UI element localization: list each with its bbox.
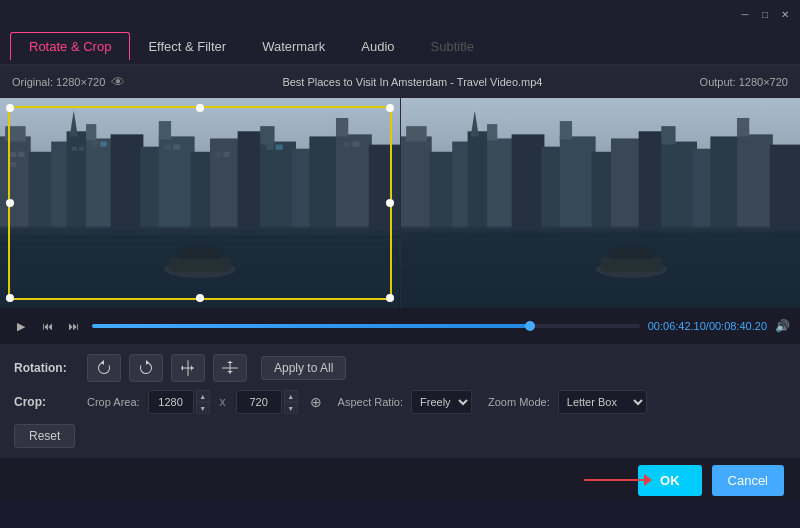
volume-icon[interactable]: 🔊 bbox=[775, 319, 790, 333]
svg-rect-14 bbox=[260, 142, 296, 239]
rotate-right-button[interactable] bbox=[129, 354, 163, 382]
scrubber-thumb[interactable] bbox=[525, 321, 535, 331]
svg-rect-15 bbox=[260, 126, 274, 144]
video-preview-right bbox=[401, 98, 801, 308]
controls-area: Rotation: Apply to All bbox=[0, 344, 800, 458]
crop-width-down[interactable]: ▼ bbox=[196, 402, 210, 414]
bottom-bar: OK Cancel bbox=[0, 458, 800, 502]
svg-rect-7 bbox=[111, 134, 144, 238]
svg-rect-33 bbox=[276, 145, 283, 150]
rotate-left-button[interactable] bbox=[87, 354, 121, 382]
output-resolution: Output: 1280×720 bbox=[700, 76, 788, 88]
svg-rect-69 bbox=[600, 257, 661, 271]
reset-button[interactable]: Reset bbox=[14, 424, 75, 448]
apply-to-all-button[interactable]: Apply to All bbox=[261, 356, 346, 380]
svg-rect-59 bbox=[661, 142, 697, 239]
minimize-button[interactable]: ─ bbox=[738, 7, 752, 21]
visibility-icon[interactable]: 👁 bbox=[111, 74, 125, 90]
expand-icon[interactable]: ⊕ bbox=[310, 394, 322, 410]
svg-rect-70 bbox=[610, 247, 651, 259]
original-resolution: Original: 1280×720 bbox=[12, 76, 105, 88]
cancel-button[interactable]: Cancel bbox=[712, 465, 784, 496]
svg-rect-31 bbox=[223, 152, 229, 157]
svg-rect-4 bbox=[67, 131, 90, 239]
tab-audio[interactable]: Audio bbox=[343, 33, 412, 60]
svg-rect-34 bbox=[343, 142, 350, 147]
svg-rect-50 bbox=[487, 138, 516, 238]
play-button[interactable]: ▶ bbox=[10, 315, 32, 337]
video-preview-left bbox=[0, 98, 400, 308]
maximize-button[interactable]: □ bbox=[758, 7, 772, 21]
crop-height-down[interactable]: ▼ bbox=[284, 402, 298, 414]
scrubber-fill bbox=[92, 324, 530, 328]
svg-rect-64 bbox=[736, 118, 748, 136]
zoom-mode-select[interactable]: Letter Box Pan & Scan Full bbox=[558, 390, 647, 414]
svg-rect-2 bbox=[29, 152, 55, 239]
svg-rect-63 bbox=[736, 134, 772, 238]
svg-rect-58 bbox=[638, 131, 664, 239]
arrow-head bbox=[644, 474, 652, 486]
svg-marker-71 bbox=[470, 111, 478, 137]
next-frame-button[interactable]: ⏭ bbox=[62, 315, 84, 337]
svg-rect-55 bbox=[559, 121, 571, 139]
timeline-bar: ▶ ⏮ ⏭ 00:06:42.10/00:08:40.20 🔊 bbox=[0, 308, 800, 344]
svg-rect-19 bbox=[336, 118, 348, 136]
svg-rect-30 bbox=[215, 152, 221, 157]
svg-rect-1 bbox=[5, 126, 25, 141]
close-button[interactable]: ✕ bbox=[778, 7, 792, 21]
arrow-line bbox=[584, 479, 644, 481]
svg-rect-38 bbox=[0, 233, 400, 235]
svg-rect-28 bbox=[164, 145, 171, 150]
rotate-right-icon bbox=[138, 360, 154, 376]
svg-rect-43 bbox=[179, 247, 220, 259]
svg-rect-45 bbox=[401, 136, 432, 238]
zoom-mode-label: Zoom Mode: bbox=[488, 396, 550, 408]
timeline-controls: ▶ ⏮ ⏭ bbox=[10, 315, 84, 337]
svg-rect-17 bbox=[309, 136, 340, 238]
flip-vertical-button[interactable] bbox=[213, 354, 247, 382]
file-info-bar: Original: 1280×720 👁 Best Places to Visi… bbox=[0, 66, 800, 98]
svg-rect-23 bbox=[10, 162, 16, 167]
svg-rect-26 bbox=[92, 142, 98, 147]
rotation-label: Rotation: bbox=[14, 361, 79, 375]
svg-rect-46 bbox=[406, 126, 426, 141]
tab-subtitle: Subtitle bbox=[413, 33, 492, 60]
crop-height-input[interactable] bbox=[236, 390, 282, 414]
scrubber-track[interactable] bbox=[92, 324, 640, 328]
crop-separator: x bbox=[220, 395, 226, 409]
svg-rect-8 bbox=[140, 147, 160, 239]
svg-rect-20 bbox=[369, 145, 400, 239]
svg-rect-51 bbox=[487, 124, 497, 140]
tab-effect-filter[interactable]: Effect & Filter bbox=[130, 33, 244, 60]
time-display: 00:06:42.10/00:08:40.20 bbox=[648, 320, 767, 332]
svg-rect-54 bbox=[559, 136, 595, 238]
ok-arrow-decoration bbox=[584, 474, 652, 486]
svg-rect-39 bbox=[0, 239, 400, 240]
crop-width-up[interactable]: ▲ bbox=[196, 390, 210, 402]
buildings-svg-right bbox=[401, 98, 801, 308]
svg-rect-25 bbox=[79, 147, 84, 151]
svg-rect-37 bbox=[0, 227, 400, 233]
prev-frame-button[interactable]: ⏮ bbox=[36, 315, 58, 337]
svg-rect-9 bbox=[159, 136, 195, 238]
svg-rect-57 bbox=[610, 138, 641, 238]
tab-rotate-crop[interactable]: Rotate & Crop bbox=[10, 32, 130, 60]
svg-rect-56 bbox=[591, 152, 614, 239]
crop-height-up[interactable]: ▲ bbox=[284, 390, 298, 402]
crop-width-input[interactable] bbox=[148, 390, 194, 414]
svg-rect-42 bbox=[169, 257, 230, 271]
crop-height-spinners: ▲ ▼ bbox=[284, 390, 298, 414]
filename-label: Best Places to Visit In Amsterdam - Trav… bbox=[282, 76, 542, 88]
tab-watermark[interactable]: Watermark bbox=[244, 33, 343, 60]
flip-v-icon bbox=[222, 360, 238, 376]
svg-rect-32 bbox=[266, 145, 273, 150]
svg-rect-27 bbox=[100, 142, 106, 147]
rotation-row: Rotation: Apply to All bbox=[14, 354, 786, 382]
svg-marker-44 bbox=[70, 111, 78, 137]
aspect-ratio-select[interactable]: Freely 16:9 4:3 1:1 9:16 bbox=[411, 390, 472, 414]
svg-rect-29 bbox=[173, 145, 180, 150]
flip-horizontal-button[interactable] bbox=[171, 354, 205, 382]
svg-rect-22 bbox=[18, 152, 24, 157]
svg-rect-11 bbox=[191, 152, 214, 239]
svg-rect-21 bbox=[10, 152, 16, 157]
